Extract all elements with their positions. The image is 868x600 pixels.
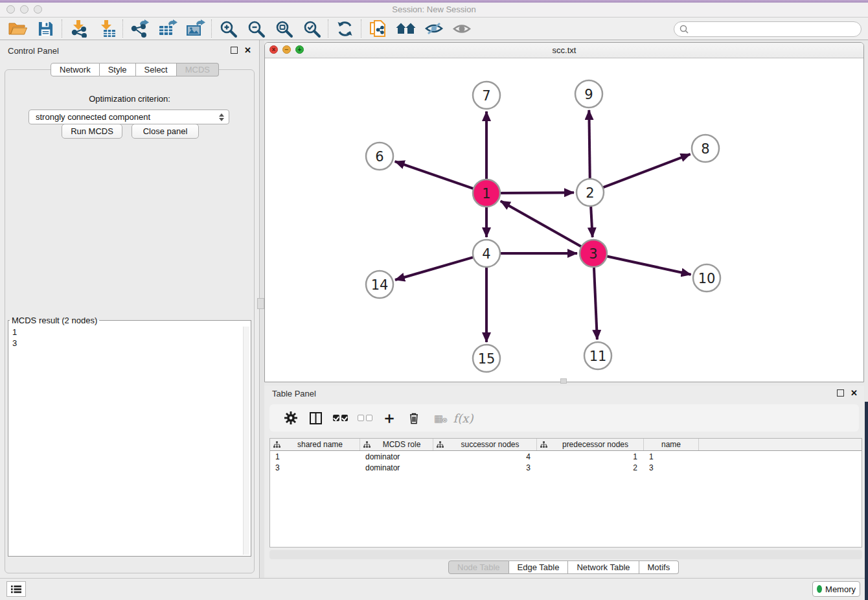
cell-predecessor-nodes[interactable]: 1 [537,452,644,461]
select-chevrons-icon [219,113,224,121]
graph-node-label-14: 14 [371,277,389,293]
divider-handle[interactable] [257,298,264,309]
graph-edge-2-8[interactable] [602,154,691,188]
zoom-fit-icon [275,19,293,38]
column-header-successor-nodes[interactable]: successor nodes [433,439,537,450]
select-all-columns-button[interactable] [328,407,352,429]
search-input[interactable] [692,24,861,35]
export-image-icon [186,19,205,38]
run-mcds-button[interactable]: Run MCDS [62,124,122,139]
refresh-layout-button[interactable] [331,18,359,39]
import-network-button[interactable] [65,18,93,39]
graph-edge-2-3[interactable] [591,205,593,237]
graph-edge-1-6[interactable] [395,161,475,189]
export-image-button[interactable] [181,18,209,39]
cell-MCDS-role[interactable]: dominator [360,452,433,461]
open-file-button[interactable] [4,18,32,39]
graph-edge-3-1[interactable] [501,201,583,247]
delete-table-icon: ▦⊗ [434,413,443,423]
add-column-button[interactable]: ＋ [377,407,402,429]
graph-node-label-11: 11 [589,349,607,364]
table-settings-button[interactable] [279,407,303,429]
panel-divider[interactable] [260,40,264,579]
column-header-label: MCDS role [371,440,433,449]
cell-shared-name[interactable]: 1 [270,452,360,461]
zoom-fit-button[interactable] [270,18,298,39]
control-panel: Control Panel ✕ Network Style Select MCD… [0,40,260,579]
float-panel-icon[interactable] [231,47,238,54]
tab-network[interactable]: Network [51,63,100,76]
table-row-1[interactable]: 1dominator411 [270,451,862,462]
show-all-button[interactable] [448,18,475,39]
graph-edge-4-14[interactable] [395,257,475,280]
task-list-icon [11,584,21,594]
cell-name[interactable]: 1 [644,452,699,461]
optimization-criterion-select[interactable]: strongly connected component [29,110,229,124]
new-network-from-selection-button[interactable] [364,18,392,39]
import-table-button[interactable] [93,18,120,39]
column-header-MCDS-role[interactable]: MCDS role [360,439,433,450]
cell-name[interactable]: 3 [644,463,699,472]
cell-MCDS-role[interactable]: dominator [360,463,433,472]
cell-predecessor-nodes[interactable]: 2 [537,463,644,472]
save-session-button[interactable] [32,18,60,39]
search-field[interactable] [674,21,862,37]
tab-motifs[interactable]: Motifs [639,560,680,574]
tab-edge-table[interactable]: Edge Table [509,560,569,574]
column-header-predecessor-nodes[interactable]: predecessor nodes [537,439,644,450]
function-builder-button[interactable]: f(x) [451,407,475,429]
network-canvas[interactable]: 1234678910111415 [265,58,863,382]
zoom-selected-button[interactable] [298,18,326,39]
delete-table-button[interactable]: ▦⊗ [426,407,451,429]
add-column-icon: ＋ [382,411,397,424]
float-table-panel-icon[interactable] [837,389,844,397]
function-builder-icon: f(x) [453,411,474,425]
cell-successor-nodes[interactable]: 4 [433,452,537,461]
graph-edge-2-9[interactable] [589,110,589,180]
tab-network-table[interactable]: Network Table [568,560,639,574]
network-window-titlebar[interactable]: × − + scc.txt [265,43,863,58]
memory-status-icon [817,585,822,593]
task-history-button[interactable] [6,581,26,597]
delete-column-trash-icon [409,412,419,424]
cell-successor-nodes[interactable]: 3 [433,463,537,472]
cell-shared-name[interactable]: 3 [270,463,360,472]
close-panel-icon[interactable]: ✕ [244,47,251,54]
delete-column-button[interactable] [402,407,426,429]
table-horizontal-scrollbar[interactable] [269,550,862,559]
export-table-icon [158,19,177,38]
first-neighbors-button[interactable] [392,18,420,39]
table-row-2[interactable]: 3dominator323 [270,462,862,473]
zoom-out-button[interactable] [242,18,270,39]
column-header-name[interactable]: name [644,439,699,450]
zoom-in-button[interactable] [214,18,242,39]
table-body: 1dominator4113dominator323 [270,451,862,473]
graph-edge-1-2[interactable] [499,192,574,193]
export-network-button[interactable] [126,18,154,39]
tab-select[interactable]: Select [136,63,177,76]
unselect-all-columns-button[interactable] [352,407,377,429]
graph-edge-3-10[interactable] [606,256,691,275]
graph-node-label-9: 9 [584,87,593,102]
result-scrollbar[interactable] [243,327,249,555]
toolbar-separator [328,19,329,38]
column-header-shared-name[interactable]: shared name [270,439,360,450]
export-table-button[interactable] [154,18,181,39]
zoom-selected-icon [303,19,321,38]
close-table-panel-icon[interactable]: ✕ [851,390,858,397]
column-layout-button[interactable] [303,407,328,429]
graph-edge-3-11[interactable] [594,266,597,340]
close-panel-button[interactable]: Close panel [131,124,199,139]
canvas-divider-handle[interactable] [560,378,567,384]
tab-node-table[interactable]: Node Table [448,560,509,574]
mcds-result-box: MCDS result (2 nodes) 1 3 [8,316,251,557]
optimization-criterion-label: Optimization criterion: [0,94,259,104]
tab-style[interactable]: Style [100,63,136,76]
column-header-label: shared name [280,440,360,449]
mcds-result-title: MCDS result (2 nodes) [10,316,99,325]
memory-button[interactable]: Memory [812,581,860,597]
hide-selected-button[interactable] [420,18,448,39]
table-tabs: Node Table Edge Table Network Table Moti… [448,560,679,574]
tab-mcds[interactable]: MCDS [177,63,219,76]
mcds-result-list: 1 3 [12,327,17,349]
